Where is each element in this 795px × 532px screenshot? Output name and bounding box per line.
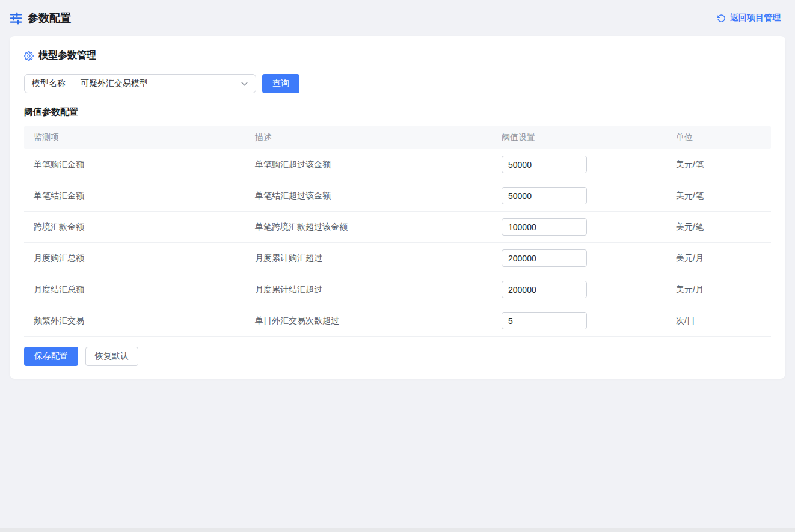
unit-label: 美元/笔 — [666, 222, 771, 233]
rotate-ccw-icon — [717, 14, 726, 23]
top-bar: 参数配置 返回项目管理 — [0, 0, 795, 36]
model-select-label: 模型名称 — [25, 78, 73, 89]
unit-label: 美元/笔 — [666, 159, 771, 170]
page-title: 参数配置 — [28, 11, 71, 25]
model-name-select[interactable]: 模型名称 可疑外汇交易模型 — [24, 74, 256, 93]
threshold-section-title: 阈值参数配置 — [24, 106, 771, 118]
actions-row: 保存配置 恢复默认 — [24, 347, 771, 366]
chevron-down-icon — [241, 80, 248, 88]
threshold-table: 监测项 描述 阈值设置 单位 单笔购汇金额 单笔购汇超过该金额 美元/笔 单笔结… — [24, 126, 771, 337]
threshold-input[interactable] — [502, 249, 587, 267]
table-row: 单笔购汇金额 单笔购汇超过该金额 美元/笔 — [24, 149, 771, 180]
monitor-item-label: 频繁外汇交易 — [24, 316, 245, 326]
monitor-item-label: 跨境汇款金额 — [24, 222, 245, 233]
query-row: 模型名称 可疑外汇交易模型 查询 — [24, 74, 771, 93]
unit-label: 次/日 — [666, 316, 771, 326]
page-title-group: 参数配置 — [10, 11, 71, 25]
col-header-threshold: 阈值设置 — [492, 132, 666, 143]
query-button[interactable]: 查询 — [262, 74, 299, 93]
threshold-input[interactable] — [502, 312, 587, 329]
description-label: 单日外汇交易次数超过 — [245, 316, 492, 326]
model-parameter-card: 模型参数管理 模型名称 可疑外汇交易模型 查询 阈值参数配置 监测项 描述 阈值… — [10, 36, 785, 379]
description-label: 单笔购汇超过该金额 — [245, 159, 492, 170]
unit-label: 美元/月 — [666, 253, 771, 264]
back-link-label: 返回项目管理 — [730, 13, 781, 23]
monitor-item-label: 月度结汇总额 — [24, 284, 245, 295]
table-header-row: 监测项 描述 阈值设置 单位 — [24, 126, 771, 149]
col-header-desc: 描述 — [245, 132, 492, 143]
monitor-item-label: 单笔购汇金额 — [24, 159, 245, 170]
table-row: 跨境汇款金额 单笔跨境汇款超过该金额 美元/笔 — [24, 212, 771, 243]
unit-label: 美元/月 — [666, 284, 771, 295]
back-to-project-link[interactable]: 返回项目管理 — [717, 13, 781, 23]
col-header-unit: 单位 — [666, 132, 771, 143]
description-label: 单笔结汇超过该金额 — [245, 191, 492, 201]
description-label: 月度累计购汇超过 — [245, 253, 492, 264]
col-header-item: 监测项 — [24, 132, 245, 143]
model-select-value: 可疑外汇交易模型 — [73, 78, 241, 89]
monitor-item-label: 月度购汇总额 — [24, 253, 245, 264]
gear-icon — [24, 51, 34, 61]
description-label: 单笔跨境汇款超过该金额 — [245, 222, 492, 233]
card-header: 模型参数管理 — [24, 49, 771, 62]
card-title: 模型参数管理 — [38, 49, 96, 62]
bottom-scrollbar-track[interactable] — [0, 528, 795, 532]
save-config-button[interactable]: 保存配置 — [24, 347, 78, 366]
threshold-input[interactable] — [502, 281, 587, 298]
table-row: 频繁外汇交易 单日外汇交易次数超过 次/日 — [24, 305, 771, 337]
table-body: 单笔购汇金额 单笔购汇超过该金额 美元/笔 单笔结汇金额 单笔结汇超过该金额 美… — [24, 149, 771, 337]
table-row: 月度购汇总额 月度累计购汇超过 美元/月 — [24, 243, 771, 274]
threshold-input[interactable] — [502, 187, 587, 204]
table-row: 月度结汇总额 月度累计结汇超过 美元/月 — [24, 274, 771, 305]
unit-label: 美元/笔 — [666, 191, 771, 201]
threshold-input[interactable] — [502, 156, 587, 173]
monitor-item-label: 单笔结汇金额 — [24, 191, 245, 201]
sliders-icon — [10, 12, 22, 25]
restore-default-button[interactable]: 恢复默认 — [85, 347, 138, 366]
table-row: 单笔结汇金额 单笔结汇超过该金额 美元/笔 — [24, 180, 771, 212]
threshold-input[interactable] — [502, 218, 587, 236]
description-label: 月度累计结汇超过 — [245, 284, 492, 295]
